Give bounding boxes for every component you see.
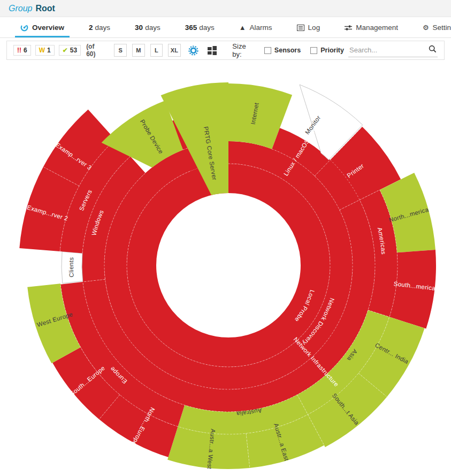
search-input[interactable] <box>349 46 424 54</box>
page-title: Root <box>35 4 55 13</box>
size-button-l[interactable]: L <box>150 44 163 57</box>
size-by-label: Size by: <box>232 42 255 58</box>
status-error-pill[interactable]: !! 6 <box>13 45 31 56</box>
size-button-xl[interactable]: XL <box>168 44 181 57</box>
page-header: Group Root <box>0 0 451 17</box>
status-ok-pill[interactable]: ✔ 53 <box>59 45 81 56</box>
size-button-s[interactable]: S <box>114 44 127 57</box>
search-field[interactable] <box>348 43 438 57</box>
tab-settings[interactable]: ⚙ Settings <box>417 20 451 37</box>
segment-label: Clients <box>68 257 75 277</box>
tab-alarms[interactable]: ▲ Alarms <box>234 20 278 37</box>
tab-2-days[interactable]: 2 days <box>83 20 116 37</box>
check-icon: ✔ <box>63 47 68 54</box>
warning-count-icon: W <box>39 47 45 54</box>
sunburst-view-icon[interactable] <box>187 44 200 57</box>
tab-overview[interactable]: Overview <box>15 20 70 37</box>
ok-count: 53 <box>70 47 77 54</box>
gauge-icon <box>20 24 28 32</box>
breadcrumb-group-type: Group <box>9 4 32 13</box>
error-count: 6 <box>24 47 27 54</box>
tab-log[interactable]: Log <box>292 20 326 37</box>
tab-bar: Overview 2 days 30 days 365 days ▲ Alarm… <box>0 17 451 38</box>
sunburst-chart[interactable]: Local ProbeNetwork DiscoveryWindowsServe… <box>0 61 451 476</box>
size-button-m[interactable]: M <box>132 44 145 57</box>
error-icon: !! <box>17 47 21 54</box>
tab-365-days[interactable]: 365 days <box>180 20 220 37</box>
search-icon[interactable] <box>429 45 437 55</box>
priority-checkbox[interactable]: Priority <box>310 47 344 54</box>
sensor-total: (of 60) <box>86 43 103 58</box>
grid-view-icon[interactable] <box>206 44 218 57</box>
warning-icon: ▲ <box>239 24 246 32</box>
toolbar: !! 6 W 1 ✔ 53 (of 60) S M L XL Size by: … <box>6 41 445 60</box>
sliders-icon <box>345 25 352 31</box>
log-icon <box>297 25 304 31</box>
tab-management[interactable]: Management <box>339 20 403 37</box>
sensors-checkbox[interactable]: Sensors <box>264 47 301 54</box>
status-warning-pill[interactable]: W 1 <box>35 45 55 56</box>
tab-30-days[interactable]: 30 days <box>129 20 166 37</box>
segment-local-probe-ring[interactable] <box>142 179 316 352</box>
gear-icon: ⚙ <box>423 24 429 32</box>
checkbox-icon <box>310 47 317 54</box>
checkbox-icon <box>264 47 271 54</box>
warning-count: 1 <box>47 47 51 54</box>
